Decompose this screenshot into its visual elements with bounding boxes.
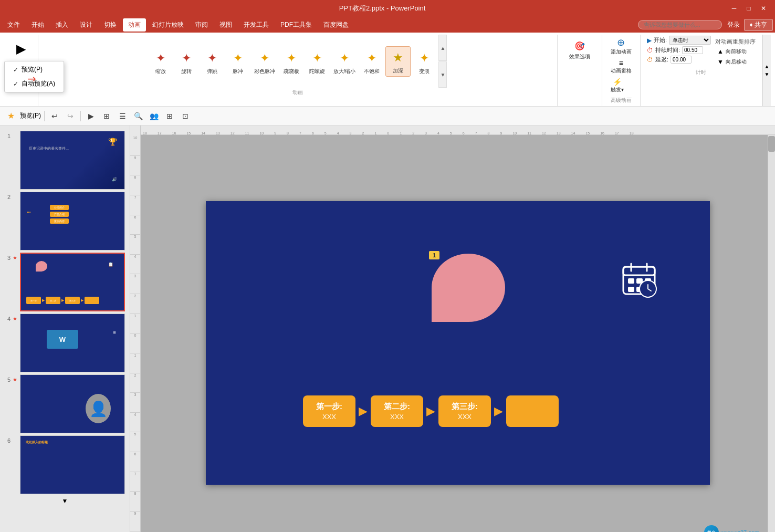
watermark: 极光 www.xz27.com: [704, 525, 759, 532]
animation-panel-button[interactable]: ≡ 动画窗格: [609, 58, 634, 76]
slide-panel-scroll-down[interactable]: ▼: [0, 495, 130, 507]
delay-label: 延迟:: [655, 56, 668, 64]
scrollbar-thumb-v[interactable]: [768, 136, 775, 152]
menu-slideshow[interactable]: 幻灯片放映: [147, 18, 189, 32]
search-input[interactable]: [638, 20, 722, 29]
preview-star-button[interactable]: ★: [4, 109, 18, 123]
slide-item-3[interactable]: 3 ★ 📋 第一步 ▶ 第二步 ▶ 第三步 ▶: [0, 252, 130, 312]
move-forward-button[interactable]: ▲ 向前移动: [715, 47, 749, 56]
step-box-1[interactable]: 第一步: XXX: [303, 395, 355, 427]
slide-item-5[interactable]: 5 ★ 👤: [0, 373, 130, 434]
anim-rotate[interactable]: ✦ 旋转: [174, 47, 198, 77]
window-title: PPT教程2.pptx - PowerPoint: [37, 4, 728, 13]
anim-gyro[interactable]: ✦ 陀螺旋: [305, 47, 329, 77]
share-button[interactable]: ♦ 共享: [744, 19, 773, 31]
effect-options-button[interactable]: 🎯 效果选项: [564, 37, 595, 62]
pink-blob-shape[interactable]: [432, 254, 505, 322]
minimize-button[interactable]: ─: [728, 4, 740, 13]
menu-start[interactable]: 开始: [26, 18, 49, 32]
start-select[interactable]: 单击时: [669, 36, 711, 45]
slide-thumbnail-3: 📋 第一步 ▶ 第二步 ▶ 第三步 ▶: [20, 253, 125, 311]
menu-design[interactable]: 设计: [75, 18, 98, 32]
menu-animation[interactable]: 动画: [123, 18, 146, 32]
delay-row: ⏱ 延迟:: [647, 56, 711, 64]
anim-color-pulse[interactable]: ✦ 彩色脉冲: [252, 47, 278, 77]
step-1-sub: XXX: [322, 413, 336, 421]
step-box-4[interactable]: [506, 395, 559, 427]
add-animation-button[interactable]: ⊕ 添加动画: [609, 36, 634, 57]
svg-rect-1: [623, 267, 655, 275]
svg-rect-7: [628, 287, 634, 292]
anim-bounce[interactable]: ✦ 弹跳: [200, 47, 224, 77]
steps-container: 第一步: XXX ▶ 第二步: XXX ▶ 第三步: XXX ▶: [303, 395, 559, 427]
ribbon: ▶ 预览 ✦ 缩放 ✦ 旋转: [0, 33, 775, 107]
tool-4[interactable]: ☰: [116, 109, 129, 123]
slide-canvas: 1: [206, 201, 710, 485]
tool-8[interactable]: ⊡: [179, 109, 192, 123]
menu-review[interactable]: 审阅: [190, 18, 213, 32]
preview-dropdown-label[interactable]: 预览(P): [20, 111, 41, 120]
slide-number-6: 6: [3, 437, 11, 444]
start-label: 开始:: [654, 36, 667, 44]
ribbon-scroll-up[interactable]: ▲: [763, 62, 771, 70]
slide-item-2[interactable]: 2 ••• 公司简介 产品介绍 案例内容: [0, 191, 130, 252]
vertical-scrollbar[interactable]: [768, 135, 775, 532]
menu-pdf[interactable]: PDF工具集: [275, 18, 317, 32]
delay-input[interactable]: [671, 56, 692, 64]
anim-pulse[interactable]: ✦ 脉冲: [226, 47, 250, 77]
ribbon-group-effects: 🎯 效果选项: [558, 35, 602, 106]
anim-scroll-up[interactable]: ▲: [438, 35, 447, 61]
trigger-button[interactable]: ⚡ 触发▾: [609, 77, 626, 95]
tool-7[interactable]: ⊞: [163, 109, 176, 123]
ruler-top: 18 17 16 15 14 13 12 11 10 9 8 7 6 5 4 3…: [141, 126, 775, 135]
duration-label: 持续时间:: [655, 46, 680, 54]
slide-thumbnail-1: 历史记录中的著名事件... 🔊 🏆: [20, 131, 125, 190]
tool-6[interactable]: 👥: [147, 109, 161, 123]
anim-deepen[interactable]: ★ 加深: [385, 46, 411, 77]
slide-panel: 1 历史记录中的著名事件... 🔊 🏆 2 ••• 公司简介 产品介绍: [0, 126, 130, 532]
menu-bar: 文件 开始 插入 设计 切换 动画 幻灯片放映 审阅 视图 开发工具 PDF工具…: [0, 17, 775, 33]
menu-baidu[interactable]: 百度网盘: [318, 18, 354, 32]
anim-scroll-down[interactable]: ▼: [438, 61, 447, 88]
anim-seesaw[interactable]: ✦ 跷跷板: [279, 47, 303, 77]
menu-switch[interactable]: 切换: [99, 18, 122, 32]
menu-insert[interactable]: 插入: [50, 18, 74, 32]
step-3-title: 第三步:: [452, 402, 478, 412]
slide-item-6[interactable]: 6 此处插入的标题: [0, 434, 130, 495]
menu-dev[interactable]: 开发工具: [238, 18, 274, 32]
play-from-start-button[interactable]: ▶: [84, 109, 98, 123]
title-bar: PPT教程2.pptx - PowerPoint ─ □ ✕: [0, 0, 775, 17]
restore-button[interactable]: □: [742, 4, 755, 13]
undo-button[interactable]: ↩: [48, 109, 61, 123]
animations-group-label: 动画: [292, 89, 303, 96]
step-3-sub: XXX: [458, 413, 472, 421]
anim-desaturate[interactable]: ✦ 不饱和: [360, 47, 384, 77]
login-button[interactable]: 登录: [727, 20, 740, 29]
anim-resize[interactable]: ✦ 放大/缩小: [331, 47, 359, 77]
tool-5[interactable]: 🔍: [131, 109, 145, 123]
anim-zoom[interactable]: ✦ 缩放: [149, 47, 173, 77]
timing-group-label: 计时: [696, 69, 706, 76]
menu-view[interactable]: 视图: [214, 18, 237, 32]
slide-number-1: 1: [3, 133, 11, 139]
tool-3[interactable]: ⊞: [100, 109, 113, 123]
close-button[interactable]: ✕: [757, 4, 770, 13]
animation-number-badge: 1: [429, 251, 439, 259]
step-box-3[interactable]: 第三步: XXX: [438, 395, 491, 427]
ribbon-scroll-down[interactable]: ▼: [763, 70, 771, 78]
redo-button[interactable]: ↪: [64, 109, 77, 123]
step-arrow-1: ▶: [359, 404, 368, 418]
anim-fade[interactable]: ✦ 变淡: [412, 47, 436, 77]
start-row: ▶ 开始: 单击时: [647, 36, 711, 45]
calendar-icon[interactable]: [621, 262, 657, 298]
step-box-2[interactable]: 第二步: XXX: [371, 395, 423, 427]
duration-input[interactable]: [682, 46, 703, 54]
ribbon-group-animations: ✦ 缩放 ✦ 旋转 ✦ 弹跳 ✦ 脉冲: [38, 35, 558, 106]
slide-item-1[interactable]: 1 历史记录中的著名事件... 🔊 🏆: [0, 130, 130, 191]
watermark-url: www.xz27.com: [721, 529, 759, 532]
ribbon-group-timing: ▶ 开始: 单击时 ⏱ 持续时间: ⏱ 延迟:: [641, 35, 762, 106]
slide-number-3: 3: [3, 255, 11, 261]
menu-file[interactable]: 文件: [2, 18, 25, 32]
move-backward-button[interactable]: ▼ 向后移动: [715, 57, 749, 67]
slide-item-4[interactable]: 4 ★ W ≡: [0, 312, 130, 373]
